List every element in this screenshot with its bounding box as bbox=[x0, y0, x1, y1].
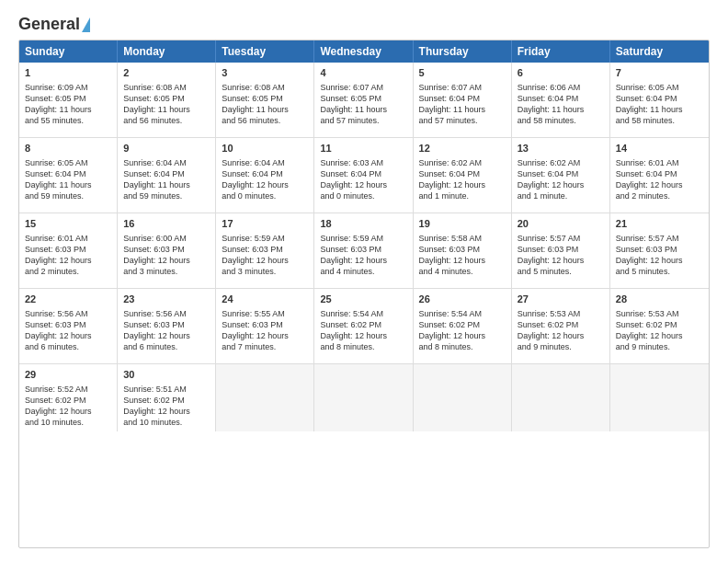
calendar-cell-2: 2Sunrise: 6:08 AMSunset: 6:05 PMDaylight… bbox=[118, 63, 216, 137]
calendar-cell-22: 22Sunrise: 5:56 AMSunset: 6:03 PMDayligh… bbox=[19, 289, 118, 363]
logo: General bbox=[18, 15, 90, 32]
calendar-week-4: 22Sunrise: 5:56 AMSunset: 6:03 PMDayligh… bbox=[19, 289, 709, 364]
calendar-cell-12: 12Sunrise: 6:02 AMSunset: 6:04 PMDayligh… bbox=[414, 138, 512, 213]
day-number: 8 bbox=[25, 142, 111, 155]
calendar-cell-empty bbox=[414, 364, 512, 431]
day-text: Sunrise: 6:05 AMSunset: 6:04 PMDaylight:… bbox=[25, 158, 92, 201]
day-header-sunday: Sunday bbox=[19, 40, 118, 63]
day-text: Sunrise: 5:53 AMSunset: 6:02 PMDaylight:… bbox=[518, 309, 585, 351]
day-header-tuesday: Tuesday bbox=[216, 40, 314, 63]
day-number: 27 bbox=[518, 293, 604, 306]
day-text: Sunrise: 6:01 AMSunset: 6:03 PMDaylight:… bbox=[25, 234, 92, 276]
calendar-week-3: 15Sunrise: 6:01 AMSunset: 6:03 PMDayligh… bbox=[19, 213, 709, 289]
day-text: Sunrise: 5:56 AMSunset: 6:03 PMDaylight:… bbox=[123, 309, 190, 351]
day-text: Sunrise: 6:04 AMSunset: 6:04 PMDaylight:… bbox=[123, 158, 190, 201]
day-number: 20 bbox=[518, 217, 604, 231]
day-header-wednesday: Wednesday bbox=[314, 40, 413, 63]
calendar-cell-3: 3Sunrise: 6:08 AMSunset: 6:05 PMDaylight… bbox=[216, 63, 314, 137]
day-number: 11 bbox=[320, 142, 406, 155]
day-text: Sunrise: 5:51 AMSunset: 6:02 PMDaylight:… bbox=[123, 385, 190, 427]
calendar-cell-29: 29Sunrise: 5:52 AMSunset: 6:02 PMDayligh… bbox=[19, 364, 118, 431]
day-text: Sunrise: 5:55 AMSunset: 6:03 PMDaylight:… bbox=[222, 309, 289, 351]
day-text: Sunrise: 6:02 AMSunset: 6:04 PMDaylight:… bbox=[518, 158, 585, 201]
calendar-cell-27: 27Sunrise: 5:53 AMSunset: 6:02 PMDayligh… bbox=[512, 289, 610, 363]
calendar-week-5: 29Sunrise: 5:52 AMSunset: 6:02 PMDayligh… bbox=[19, 364, 709, 431]
logo-general: General bbox=[18, 15, 80, 34]
calendar-cell-13: 13Sunrise: 6:02 AMSunset: 6:04 PMDayligh… bbox=[512, 138, 610, 213]
calendar-cell-24: 24Sunrise: 5:55 AMSunset: 6:03 PMDayligh… bbox=[216, 289, 314, 363]
calendar-cell-25: 25Sunrise: 5:54 AMSunset: 6:02 PMDayligh… bbox=[314, 289, 413, 363]
day-text: Sunrise: 5:56 AMSunset: 6:03 PMDaylight:… bbox=[25, 309, 92, 351]
day-number: 16 bbox=[123, 217, 210, 231]
day-text: Sunrise: 6:05 AMSunset: 6:04 PMDaylight:… bbox=[616, 83, 683, 125]
day-number: 12 bbox=[419, 142, 506, 155]
day-number: 23 bbox=[123, 293, 210, 306]
calendar-cell-5: 5Sunrise: 6:07 AMSunset: 6:04 PMDaylight… bbox=[414, 63, 512, 137]
calendar-week-1: 1Sunrise: 6:09 AMSunset: 6:05 PMDaylight… bbox=[19, 63, 709, 138]
day-number: 26 bbox=[419, 293, 506, 306]
calendar-cell-empty bbox=[314, 364, 413, 431]
calendar-cell-9: 9Sunrise: 6:04 AMSunset: 6:04 PMDaylight… bbox=[118, 138, 216, 213]
page: General SundayMondayTuesdayWednesdayThur… bbox=[0, 0, 728, 563]
day-text: Sunrise: 6:07 AMSunset: 6:04 PMDaylight:… bbox=[419, 83, 486, 125]
calendar-cell-10: 10Sunrise: 6:04 AMSunset: 6:04 PMDayligh… bbox=[216, 138, 314, 213]
day-number: 4 bbox=[320, 66, 406, 80]
day-number: 19 bbox=[419, 217, 506, 231]
day-number: 13 bbox=[518, 142, 604, 155]
day-number: 22 bbox=[25, 293, 111, 306]
day-text: Sunrise: 5:54 AMSunset: 6:02 PMDaylight:… bbox=[320, 309, 387, 351]
day-text: Sunrise: 5:59 AMSunset: 6:03 PMDaylight:… bbox=[222, 234, 289, 276]
day-number: 24 bbox=[222, 293, 308, 306]
day-header-thursday: Thursday bbox=[414, 40, 512, 63]
calendar-cell-26: 26Sunrise: 5:54 AMSunset: 6:02 PMDayligh… bbox=[414, 289, 512, 363]
day-text: Sunrise: 6:09 AMSunset: 6:05 PMDaylight:… bbox=[25, 83, 92, 125]
day-number: 28 bbox=[616, 293, 703, 306]
day-number: 15 bbox=[25, 217, 111, 231]
day-header-friday: Friday bbox=[512, 40, 610, 63]
calendar-cell-14: 14Sunrise: 6:01 AMSunset: 6:04 PMDayligh… bbox=[610, 138, 709, 213]
day-text: Sunrise: 6:07 AMSunset: 6:05 PMDaylight:… bbox=[320, 83, 387, 125]
day-text: Sunrise: 5:54 AMSunset: 6:02 PMDaylight:… bbox=[419, 309, 486, 351]
day-number: 29 bbox=[25, 368, 111, 382]
day-text: Sunrise: 5:57 AMSunset: 6:03 PMDaylight:… bbox=[616, 234, 683, 276]
day-number: 18 bbox=[320, 217, 406, 231]
day-text: Sunrise: 5:59 AMSunset: 6:03 PMDaylight:… bbox=[320, 234, 387, 276]
day-number: 17 bbox=[222, 217, 308, 231]
day-text: Sunrise: 6:03 AMSunset: 6:04 PMDaylight:… bbox=[320, 158, 387, 201]
calendar-cell-19: 19Sunrise: 5:58 AMSunset: 6:03 PMDayligh… bbox=[414, 213, 512, 288]
calendar-cell-15: 15Sunrise: 6:01 AMSunset: 6:03 PMDayligh… bbox=[19, 213, 118, 288]
calendar-cell-empty bbox=[610, 364, 709, 431]
calendar-cell-21: 21Sunrise: 5:57 AMSunset: 6:03 PMDayligh… bbox=[610, 213, 709, 288]
calendar-cell-18: 18Sunrise: 5:59 AMSunset: 6:03 PMDayligh… bbox=[314, 213, 413, 288]
calendar-cell-4: 4Sunrise: 6:07 AMSunset: 6:05 PMDaylight… bbox=[314, 63, 413, 137]
calendar-cell-28: 28Sunrise: 5:53 AMSunset: 6:02 PMDayligh… bbox=[610, 289, 709, 363]
logo-arrow-icon bbox=[82, 17, 90, 32]
day-number: 25 bbox=[320, 293, 406, 306]
day-number: 10 bbox=[222, 142, 308, 155]
day-number: 2 bbox=[123, 66, 210, 80]
day-text: Sunrise: 5:58 AMSunset: 6:03 PMDaylight:… bbox=[419, 234, 486, 276]
day-number: 9 bbox=[123, 142, 210, 155]
calendar-cell-17: 17Sunrise: 5:59 AMSunset: 6:03 PMDayligh… bbox=[216, 213, 314, 288]
calendar-cell-empty bbox=[216, 364, 314, 431]
header: General bbox=[18, 15, 710, 32]
day-number: 21 bbox=[616, 217, 703, 231]
calendar-cell-20: 20Sunrise: 5:57 AMSunset: 6:03 PMDayligh… bbox=[512, 213, 610, 288]
calendar-cell-1: 1Sunrise: 6:09 AMSunset: 6:05 PMDaylight… bbox=[19, 63, 118, 137]
day-number: 14 bbox=[616, 142, 703, 155]
day-number: 30 bbox=[123, 368, 210, 382]
day-header-monday: Monday bbox=[118, 40, 216, 63]
day-text: Sunrise: 6:02 AMSunset: 6:04 PMDaylight:… bbox=[419, 158, 486, 201]
day-text: Sunrise: 6:04 AMSunset: 6:04 PMDaylight:… bbox=[222, 158, 289, 201]
calendar-cell-11: 11Sunrise: 6:03 AMSunset: 6:04 PMDayligh… bbox=[314, 138, 413, 213]
day-number: 3 bbox=[222, 66, 308, 80]
calendar-week-2: 8Sunrise: 6:05 AMSunset: 6:04 PMDaylight… bbox=[19, 138, 709, 213]
day-text: Sunrise: 6:08 AMSunset: 6:05 PMDaylight:… bbox=[222, 83, 289, 125]
day-number: 1 bbox=[25, 66, 111, 80]
day-text: Sunrise: 5:57 AMSunset: 6:03 PMDaylight:… bbox=[518, 234, 585, 276]
day-text: Sunrise: 6:08 AMSunset: 6:05 PMDaylight:… bbox=[123, 83, 190, 125]
day-number: 7 bbox=[616, 66, 703, 80]
day-header-saturday: Saturday bbox=[610, 40, 709, 63]
day-text: Sunrise: 6:06 AMSunset: 6:04 PMDaylight:… bbox=[518, 83, 585, 125]
calendar-cell-30: 30Sunrise: 5:51 AMSunset: 6:02 PMDayligh… bbox=[118, 364, 216, 431]
